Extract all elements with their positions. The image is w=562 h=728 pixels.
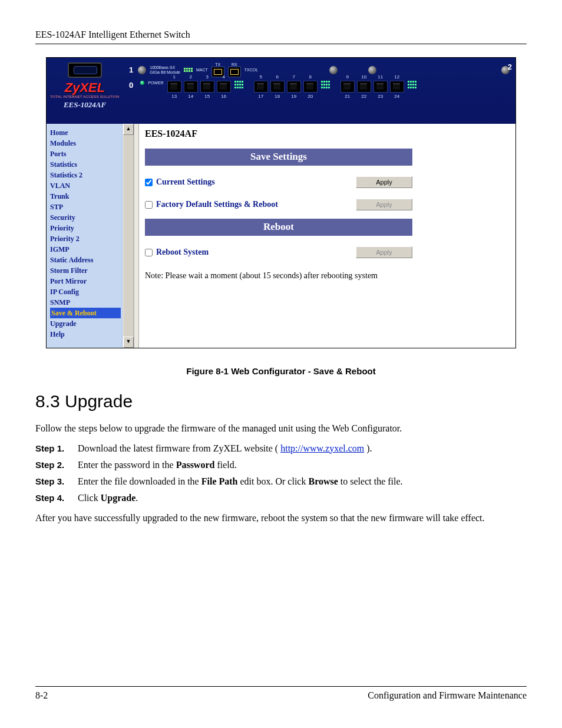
current-settings-label: Current Settings: [156, 177, 356, 187]
step-4-text-b: .: [135, 493, 138, 503]
port-number: 1: [168, 74, 181, 80]
port-number: 2: [184, 74, 197, 80]
nav-save-reboot[interactable]: Save & Reboot: [50, 308, 121, 318]
nav-scrollbar[interactable]: ▲ ▼: [123, 124, 134, 348]
footer-title: Configuration and Firmware Maintenance: [368, 690, 527, 701]
running-header: EES-1024AF Intelligent Ethernet Switch: [35, 29, 527, 40]
banner-right: 2 1 1000Base-SX GIGa Bit Module MACT TX: [123, 58, 515, 124]
led-grid-icon: [184, 68, 193, 72]
port-number: 12: [391, 74, 404, 80]
port-number: 4: [217, 74, 230, 80]
step-2: Step 2. Enter the password in the Passwo…: [35, 460, 527, 470]
port-number: 17: [254, 94, 267, 99]
step-4-text: Click Upgrade.: [78, 493, 527, 503]
screw-icon: [138, 66, 146, 74]
nav-help[interactable]: Help: [50, 329, 121, 340]
step-3-text-c: to select the file.: [338, 476, 403, 486]
reboot-label: Reboot System: [156, 248, 356, 257]
step-3-text: Enter the file downloaded in the File Pa…: [78, 476, 527, 487]
reboot-checkbox[interactable]: [145, 249, 153, 256]
port-icon: 214: [184, 81, 198, 93]
power-led-icon: [140, 81, 144, 85]
apply-current-button[interactable]: Apply: [356, 176, 412, 188]
step-1: Step 1. Download the latest firmware fro…: [35, 443, 527, 454]
port-number: 19: [287, 94, 300, 99]
page-footer: 8-2 Configuration and Firmware Maintenan…: [35, 686, 527, 701]
factory-default-label: Factory Default Settings & Reboot: [156, 200, 356, 209]
nav-statistics-2[interactable]: Statistics 2: [50, 170, 121, 180]
nav-ports[interactable]: Ports: [50, 149, 121, 159]
factory-default-checkbox[interactable]: [145, 201, 153, 209]
nav-modules[interactable]: Modules: [50, 138, 121, 149]
nav-trunk[interactable]: Trunk: [50, 191, 121, 202]
nav-priority-2[interactable]: Priority 2: [50, 233, 121, 244]
nav-igmp[interactable]: IGMP: [50, 244, 121, 255]
nav-priority[interactable]: Priority: [50, 223, 121, 233]
zyxel-link[interactable]: http://www.zyxel.com: [280, 443, 364, 453]
step-2-text-a: Enter the password in the: [78, 460, 176, 470]
nav-upgrade[interactable]: Upgrade: [50, 318, 121, 329]
nav-ip-config[interactable]: IP Config: [50, 286, 121, 297]
step-4: Step 4. Click Upgrade.: [35, 493, 527, 503]
step-4-label: Step 4.: [35, 493, 78, 503]
screw-icon: [368, 66, 376, 74]
save-settings-bar: Save Settings: [145, 149, 412, 166]
section-heading: 8.3 Upgrade: [35, 391, 527, 411]
current-settings-checkbox[interactable]: [145, 179, 153, 186]
step-3-text-a: Enter the file downloaded in the: [78, 476, 201, 486]
port-number: 15: [201, 94, 214, 99]
module-label-2: GIGa Bit Module: [150, 70, 180, 74]
power-label: POWER: [148, 81, 163, 85]
port-number: 14: [184, 94, 197, 99]
frame-divider: [134, 124, 139, 348]
module-label: 1000Base-SX GIGa Bit Module: [150, 65, 180, 74]
step-3: Step 3. Enter the file downloaded in the…: [35, 476, 527, 487]
apply-reboot-button: Apply: [356, 246, 412, 258]
port-number: 21: [341, 94, 354, 99]
step-3-label: Step 3.: [35, 476, 78, 487]
port-number: 11: [374, 74, 387, 80]
nav-storm-filter[interactable]: Storm Filter: [50, 265, 121, 276]
brand-tagline: TOTAL INTERNET ACCESS SOLUTION: [47, 95, 123, 98]
port-number: 9: [341, 74, 354, 80]
port-icon: 1123: [373, 81, 388, 93]
content-area: EES-1024AF Save Settings Current Setting…: [139, 124, 515, 348]
nav-stp[interactable]: STP: [50, 202, 121, 212]
nav-static-address[interactable]: Static Address: [50, 255, 121, 265]
step-4-upgrade: Upgrade: [101, 493, 136, 503]
document-page: EES-1024AF Intelligent Ethernet Switch Z…: [0, 0, 562, 728]
port-number: 10: [358, 74, 371, 80]
port-number: 6: [271, 74, 284, 80]
port-icon: 719: [287, 81, 301, 93]
step-2-label: Step 2.: [35, 460, 78, 470]
nav-snmp[interactable]: SNMP: [50, 297, 121, 308]
scroll-up-button[interactable]: ▲: [123, 124, 134, 135]
port-led-block: [321, 81, 330, 93]
device-banner: ZyXEL TOTAL INTERNET ACCESS SOLUTION EES…: [47, 58, 515, 124]
step-1-text-a: Download the latest firmware from ZyXEL …: [78, 443, 280, 453]
step-4-text-a: Click: [78, 493, 101, 503]
port-number: 13: [168, 94, 181, 99]
nav-statistics[interactable]: Statistics: [50, 159, 121, 170]
screw-icon: [329, 66, 338, 74]
step-2-password: Password: [176, 460, 215, 470]
nav-vlan[interactable]: VLAN: [50, 180, 121, 191]
port-icon: 113: [167, 81, 181, 93]
port-icon: 1224: [390, 81, 404, 93]
port-icon: 820: [303, 81, 318, 93]
scroll-down-button[interactable]: ▼: [123, 337, 134, 348]
port-icon: 416: [217, 81, 231, 93]
nav-security[interactable]: Security: [50, 212, 121, 223]
nav-port-mirror[interactable]: Port Mirror: [50, 276, 121, 286]
port-led-block: [234, 81, 243, 93]
step-2-text-b: field.: [214, 460, 236, 470]
current-settings-row: Current Settings Apply: [145, 176, 412, 188]
step-1-label: Step 1.: [35, 443, 78, 454]
reboot-bar: Reboot: [145, 219, 412, 236]
port-number: 23: [374, 94, 387, 99]
slot-number-0: 0: [129, 81, 133, 90]
nav-home[interactable]: Home: [50, 127, 121, 138]
step-3-text-b: edit box. Or click: [237, 476, 308, 486]
step-1-text-b: ).: [364, 443, 372, 453]
port-number: 8: [304, 74, 317, 80]
